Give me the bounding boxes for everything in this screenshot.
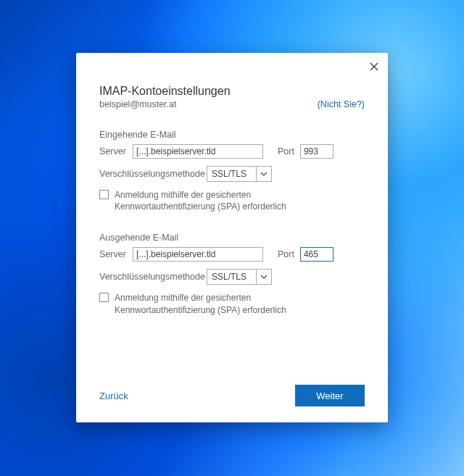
dialog-title: IMAP-Kontoeinstellungen (99, 85, 365, 98)
outgoing-spa-label: Anmeldung mithilfe der gesicherten Kennw… (115, 292, 354, 315)
outgoing-heading: Ausgehende E-Mail (99, 233, 365, 243)
incoming-server-input[interactable] (133, 144, 263, 159)
close-icon (370, 62, 378, 71)
incoming-port-input[interactable] (300, 144, 334, 159)
incoming-encryption-value: SSL/TLS (212, 169, 246, 179)
chevron-down-icon (256, 167, 271, 181)
imap-settings-dialog: IMAP-Kontoeinstellungen beispiel@muster.… (76, 53, 388, 422)
incoming-spa-label: Anmeldung mithilfe der gesicherten Kennw… (115, 189, 354, 212)
outgoing-port-input[interactable] (300, 247, 334, 262)
outgoing-encryption-label: Verschlüsselungsmethode (99, 272, 201, 282)
outgoing-encryption-value: SSL/TLS (212, 272, 246, 282)
incoming-encryption-label: Verschlüsselungsmethode (99, 169, 201, 179)
outgoing-server-label: Server (99, 249, 127, 259)
account-email: beispiel@muster.at (99, 99, 177, 109)
outgoing-server-input[interactable] (133, 247, 263, 262)
chevron-down-icon (256, 270, 271, 284)
incoming-spa-checkbox[interactable] (99, 190, 109, 199)
close-button[interactable] (365, 57, 384, 76)
outgoing-port-label: Port (278, 249, 294, 259)
next-button[interactable]: Weiter (295, 385, 365, 406)
not-you-link[interactable]: (Nicht Sie?) (318, 99, 365, 109)
incoming-server-label: Server (99, 146, 127, 156)
back-button[interactable]: Zurück (99, 391, 128, 401)
incoming-heading: Eingehende E-Mail (99, 130, 365, 140)
outgoing-encryption-select[interactable]: SSL/TLS (207, 269, 272, 285)
outgoing-spa-checkbox[interactable] (99, 293, 109, 302)
incoming-encryption-select[interactable]: SSL/TLS (207, 166, 272, 182)
incoming-port-label: Port (278, 146, 294, 156)
